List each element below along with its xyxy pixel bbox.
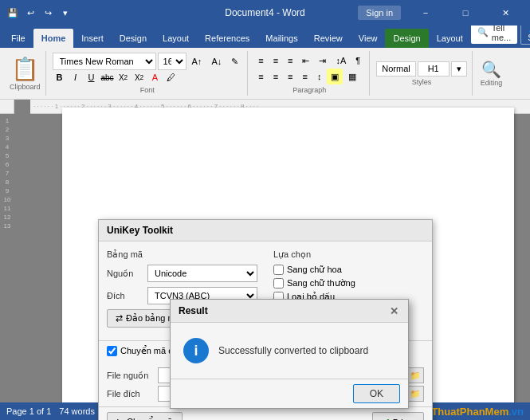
chuyen-icon: ▶ xyxy=(117,417,124,420)
tab-design-green[interactable]: Design xyxy=(385,29,428,48)
swap-icon: ⇄ xyxy=(116,313,123,324)
unikey-title: UniKey Toolkit xyxy=(107,225,173,236)
watermark-suffix: .vn xyxy=(508,406,524,418)
font-color-button[interactable]: A xyxy=(148,70,163,84)
underline-button[interactable]: U xyxy=(84,70,99,84)
styles-section: Normal H1 ▾ Styles xyxy=(371,51,472,96)
page-info: Page 1 of 1 xyxy=(6,406,51,416)
tab-references[interactable]: References xyxy=(197,29,257,48)
paragraph-section-label: Paragraph xyxy=(292,86,326,94)
chuyen-ma-clip-label: Chuyển mã cli xyxy=(120,346,177,356)
file-dich-browse-button[interactable]: 📁 xyxy=(406,386,424,402)
left-ruler: 12345 678910 111213 xyxy=(0,100,14,420)
info-icon: i xyxy=(183,338,209,363)
ribbon: 📋 Clipboard Times New Roman 16 A↑ A↓ ✎ B… xyxy=(0,48,530,100)
tab-review[interactable]: Review xyxy=(306,29,351,48)
line-spacing-button[interactable]: ↕ xyxy=(313,69,326,84)
subscript-button[interactable]: X2 xyxy=(116,70,131,84)
align-left-button[interactable]: ≡ xyxy=(254,69,267,84)
para-row2: ≡ ≡ ≡ ≡ ↕ ▣ ▦ xyxy=(254,69,360,84)
shading-button[interactable]: ▣ xyxy=(327,69,343,84)
para-row1: ≡ ≡ ≡ ⇤ ⇥ ↕A ¶ xyxy=(254,53,364,69)
dong-button[interactable]: ✔ Đóng xyxy=(372,412,424,420)
chuyen-ma-button[interactable]: ▶ Chuyển mã xyxy=(107,412,183,420)
result-header: Result ✕ xyxy=(171,300,408,323)
ok-button[interactable]: OK xyxy=(353,384,400,403)
align-center-button[interactable]: ≡ xyxy=(269,69,282,84)
size-select[interactable]: 16 xyxy=(158,53,186,70)
titlebar: 💾 ↩ ↪ ▾ Document4 - Word Sign in − □ ✕ xyxy=(0,0,530,26)
chuyen-ma-clip-checkbox[interactable] xyxy=(107,346,117,356)
bullets-button[interactable]: ≡ xyxy=(254,53,267,69)
increase-indent-button[interactable]: ⇥ xyxy=(315,53,330,69)
checkbox-hoa-label: Sang chữ hoa xyxy=(287,265,342,275)
justify-button[interactable]: ≡ xyxy=(298,69,311,84)
borders-button[interactable]: ▦ xyxy=(344,69,360,84)
font-section-label: Font xyxy=(140,86,155,94)
word-count: 74 words xyxy=(59,406,95,416)
clear-format-button[interactable]: ✎ xyxy=(227,53,242,69)
undo-icon[interactable]: ↩ xyxy=(24,6,37,19)
tab-view[interactable]: View xyxy=(351,29,386,48)
styles-more-button[interactable]: ▾ xyxy=(451,61,467,77)
numbering-button[interactable]: ≡ xyxy=(269,53,282,69)
show-hide-button[interactable]: ¶ xyxy=(351,53,364,69)
checkbox-thuong-input[interactable] xyxy=(273,278,284,289)
app-wrapper: 💾 ↩ ↪ ▾ Document4 - Word Sign in − □ ✕ F… xyxy=(0,0,530,420)
editing-label: Editing xyxy=(481,79,503,87)
result-title: Result xyxy=(179,305,208,316)
paste-button[interactable]: 📋 xyxy=(11,56,39,82)
italic-button[interactable]: I xyxy=(69,70,83,84)
nguon-select[interactable]: Unicode xyxy=(147,265,257,282)
nguon-label: Nguồn xyxy=(107,269,143,279)
increase-font-button[interactable]: A↑ xyxy=(188,53,206,69)
result-footer: OK xyxy=(171,379,408,408)
customize-icon[interactable]: ▾ xyxy=(59,6,72,19)
redo-icon[interactable]: ↪ xyxy=(41,6,54,19)
multilevel-button[interactable]: ≡ xyxy=(284,53,296,69)
decrease-font-button[interactable]: A↓ xyxy=(207,53,226,69)
align-right-button[interactable]: ≡ xyxy=(284,69,296,84)
tab-design[interactable]: Design xyxy=(112,29,155,48)
result-close-button[interactable]: ✕ xyxy=(387,304,400,317)
bold-button[interactable]: B xyxy=(53,70,67,84)
normal-style[interactable]: Normal xyxy=(376,61,415,77)
main-content: 12345 678910 111213 · · · · · · 1 · · · … xyxy=(0,100,530,420)
tab-home[interactable]: Home xyxy=(33,29,74,48)
decrease-indent-button[interactable]: ⇤ xyxy=(298,53,313,69)
styles-section-label: Styles xyxy=(412,78,432,86)
tab-layout[interactable]: Layout xyxy=(155,29,197,48)
maximize-button[interactable]: □ xyxy=(447,0,484,26)
close-button[interactable]: ✕ xyxy=(487,0,524,26)
tab-mailings[interactable]: Mailings xyxy=(257,29,305,48)
tab-file[interactable]: File xyxy=(3,29,33,48)
font-select[interactable]: Times New Roman xyxy=(53,53,156,70)
checkbox-thuong: Sang chữ thường xyxy=(273,278,424,289)
result-message: Successfully converted to clipboard xyxy=(218,345,395,356)
minimize-button[interactable]: − xyxy=(407,0,444,26)
file-nguon-browse-button[interactable]: 📁 xyxy=(406,367,424,383)
heading1-style[interactable]: H1 xyxy=(418,61,450,77)
checkbox-thuong-label: Sang chữ thường xyxy=(287,278,355,289)
titlebar-title: Document4 - Word xyxy=(225,7,304,18)
checkbox-hoa-input[interactable] xyxy=(273,265,284,275)
lua-chon-title: Lựa chọn xyxy=(273,249,424,260)
result-body: i Successfully converted to clipboard xyxy=(171,323,408,379)
sort-button[interactable]: ↕A xyxy=(332,53,350,69)
dich-label: Đích xyxy=(107,291,143,300)
signin-button[interactable]: Sign in xyxy=(358,6,401,20)
find-button[interactable]: 🔍 xyxy=(481,60,501,79)
clipboard-label: Clipboard xyxy=(10,83,41,91)
superscript-button[interactable]: X2 xyxy=(132,70,147,84)
editing-section: 🔍 Editing xyxy=(474,60,509,87)
strikethrough-button[interactable]: abc xyxy=(100,70,115,84)
paragraph-section: ≡ ≡ ≡ ⇤ ⇥ ↕A ¶ ≡ ≡ ≡ ≡ ↕ ▣ ▦ Paragraph xyxy=(249,51,370,96)
file-nguon-label: File nguồn xyxy=(107,371,155,381)
font-section: Times New Roman 16 A↑ A↓ ✎ B I U abc X2 … xyxy=(48,51,249,96)
result-dialog: Result ✕ i Successfully converted to cli… xyxy=(170,299,409,409)
clipboard-section: 📋 Clipboard xyxy=(5,51,46,96)
save-icon[interactable]: 💾 xyxy=(6,6,19,19)
tab-insert[interactable]: Insert xyxy=(73,29,112,48)
tab-layout2[interactable]: Layout xyxy=(429,29,471,48)
highlight-button[interactable]: 🖊 xyxy=(164,70,179,84)
